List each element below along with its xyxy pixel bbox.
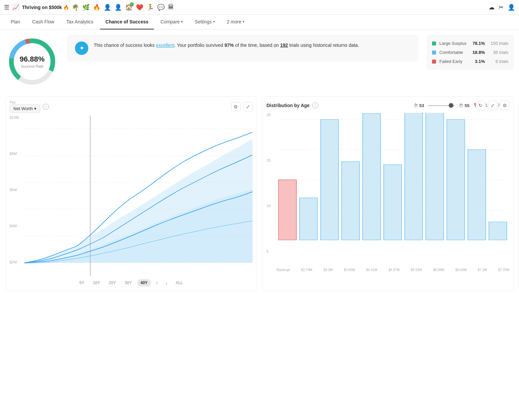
age-btn-2[interactable]: ⏱ 55 bbox=[459, 103, 469, 108]
plot-select-dropdown[interactable]: Net Worth ▾ bbox=[10, 104, 40, 113]
time-btn-40y[interactable]: 40Y bbox=[137, 279, 151, 286]
bottom-section: Plot Net Worth ▾ i ⚙ ⤢ $10M bbox=[5, 96, 514, 291]
age1-value: 53 bbox=[419, 103, 424, 108]
dist-chart-body: 20 15 10 5 bbox=[267, 113, 510, 267]
y-label-2m: $2M bbox=[10, 260, 19, 264]
info-box: ✦ This chance of success looks excellent… bbox=[67, 35, 419, 62]
tab-plan[interactable]: Plan bbox=[5, 15, 25, 29]
legend-trials-comfortable: 36 trials bbox=[488, 50, 508, 55]
scissors-icon[interactable]: ✂ bbox=[499, 4, 504, 11]
menu-icon[interactable]: ☰ bbox=[4, 4, 9, 11]
scenario-icon-7[interactable]: ❤️ bbox=[136, 4, 143, 11]
right-chart-corner-icons: ↻ ⤢ ⚙ bbox=[476, 101, 509, 110]
left-chart-info[interactable]: i bbox=[43, 104, 49, 110]
expand-btn-left[interactable]: ⤢ bbox=[243, 102, 253, 111]
bar-720 bbox=[468, 150, 486, 240]
logo-icon: 📈 bbox=[12, 4, 19, 11]
chart-left-body: $10M $8M $6M $4M $2M bbox=[10, 115, 253, 276]
chart-right-header: Distribution by Age i ⏱ 53 ⏱ bbox=[267, 101, 510, 110]
dist-x-bankrupt: Bankrupt bbox=[277, 268, 290, 272]
chart-left-header: Plot Net Worth ▾ i ⚙ ⤢ bbox=[10, 101, 253, 113]
tab-cashflow[interactable]: Cash Flow bbox=[27, 15, 60, 29]
time-btn-20y[interactable]: 20Y bbox=[105, 279, 119, 286]
age2-value: 55 bbox=[464, 103, 469, 108]
dist-y-20: 20 bbox=[267, 113, 271, 117]
time-btn-down[interactable]: ↓ bbox=[163, 279, 170, 287]
app-title: Thriving on $500k 🔥 bbox=[22, 5, 69, 10]
legend-pct-surplus: 78.1% bbox=[470, 41, 485, 46]
scenario-icon-1[interactable]: 🌴 bbox=[72, 4, 79, 11]
legend-label-surplus: Large Surplus bbox=[439, 41, 467, 46]
time-btn-5y[interactable]: 5Y bbox=[76, 279, 88, 286]
dist-info[interactable]: i bbox=[312, 102, 318, 108]
dist-x-33: $3.3M bbox=[323, 268, 333, 272]
settings-btn[interactable]: ⚙ bbox=[500, 101, 509, 110]
tab-settings[interactable]: Settings ▾ bbox=[189, 15, 220, 29]
fullscreen-btn[interactable]: ⤢ bbox=[488, 101, 497, 110]
nav-tabs: Plan Cash Flow Tax Analytics Chance of S… bbox=[0, 15, 519, 29]
bar-33 bbox=[321, 119, 339, 240]
time-range-buttons: 5Y 10Y 20Y 30Y 40Y ↑ ↓ ALL bbox=[10, 276, 253, 287]
time-btn-all[interactable]: ALL bbox=[172, 279, 186, 286]
dist-x-553: $5.53M bbox=[411, 268, 422, 272]
tab-tax[interactable]: Tax Analytics bbox=[61, 15, 99, 29]
success-percent: 96.88% bbox=[20, 55, 45, 64]
scenario-icon-8[interactable]: 🏃 bbox=[147, 4, 154, 11]
excellent-link[interactable]: excellent bbox=[156, 43, 174, 48]
plot-label-text: Plot Net Worth ▾ bbox=[10, 101, 40, 113]
user-icon[interactable]: 👤 bbox=[508, 4, 515, 11]
dist-y-10: 10 bbox=[267, 204, 271, 208]
net-worth-svg bbox=[24, 115, 253, 276]
y-label-6m: $6M bbox=[10, 188, 19, 192]
legend-pct-failed: 3.1% bbox=[470, 59, 485, 64]
dist-x-497: $4.97M bbox=[388, 268, 400, 272]
topbar-left: ☰ 📈 Thriving on $500k 🔥 🌴 🌿 🔥 👤 👤 🏠✓ ❤️ … bbox=[4, 4, 485, 11]
donut-center: 96.88% Success Rate bbox=[20, 55, 45, 68]
more-chevron: ▾ bbox=[243, 20, 244, 23]
legend-trials-failed: 6 trials bbox=[488, 59, 508, 64]
time-btn-10y[interactable]: 10Y bbox=[90, 279, 103, 286]
trials-bold[interactable]: 192 bbox=[280, 43, 288, 48]
info-box-icon: ✦ bbox=[75, 41, 88, 55]
dist-svg bbox=[277, 113, 510, 267]
tab-more[interactable]: 2 more ▾ bbox=[222, 15, 250, 29]
dist-x-labels: Bankrupt $2.74M $3.3M $3.85M $4.41M $4.9… bbox=[267, 267, 510, 272]
age-slider[interactable] bbox=[428, 103, 455, 108]
scenario-icon-3[interactable]: 🔥 bbox=[93, 4, 100, 11]
y-label-4m: $4M bbox=[10, 224, 19, 228]
dist-x-385: $3.85M bbox=[344, 268, 355, 272]
dist-x-775: $7.75M bbox=[498, 268, 509, 272]
scenario-icon-10[interactable]: 🏛 bbox=[168, 4, 174, 11]
age-btn-1[interactable]: ⏱ 53 bbox=[414, 103, 424, 108]
distribution-chart: Distribution by Age i ⏱ 53 ⏱ bbox=[262, 96, 514, 291]
cloud-icon[interactable]: ☁ bbox=[489, 4, 495, 11]
compare-chevron: ▾ bbox=[181, 20, 183, 23]
dist-y-axis: 20 15 10 5 bbox=[267, 113, 271, 253]
scenario-icon-9[interactable]: 💬 bbox=[157, 4, 165, 11]
scenario-icon-4[interactable]: 👤 bbox=[104, 4, 111, 11]
refresh-btn[interactable]: ↻ bbox=[476, 101, 485, 110]
dist-x-274: $2.74M bbox=[301, 268, 312, 272]
scenario-icon-5[interactable]: 👤 bbox=[114, 4, 122, 11]
bar-608 bbox=[426, 113, 444, 240]
settings-chevron: ▾ bbox=[213, 20, 215, 23]
legend-dot-surplus bbox=[432, 41, 436, 46]
scenario-icon-2[interactable]: 🌿 bbox=[82, 4, 90, 11]
time-btn-30y[interactable]: 30Y bbox=[121, 279, 135, 286]
tab-chance-of-success[interactable]: Chance of Success bbox=[100, 15, 154, 29]
dist-x-441: $4.41M bbox=[366, 268, 377, 272]
chart-left-header-left: Plot Net Worth ▾ i bbox=[10, 101, 49, 113]
plot-chevron: ▾ bbox=[34, 106, 36, 111]
dist-y-15: 15 bbox=[267, 158, 271, 162]
time-btn-up[interactable]: ↑ bbox=[153, 279, 161, 287]
y-axis-labels: $10M $8M $6M $4M $2M bbox=[10, 115, 19, 264]
tab-compare[interactable]: Compare ▾ bbox=[155, 15, 188, 29]
bar-274 bbox=[299, 198, 318, 240]
bar-385 bbox=[341, 162, 359, 240]
dist-x-608: $6.08M bbox=[433, 268, 444, 272]
scenario-icon-6[interactable]: 🏠✓ bbox=[125, 4, 133, 11]
filter-btn[interactable]: ⚙ bbox=[231, 102, 241, 111]
dist-x-720: $7.2M bbox=[478, 268, 487, 272]
pct-bold: 97% bbox=[225, 43, 234, 48]
dist-y-5: 5 bbox=[267, 249, 271, 253]
